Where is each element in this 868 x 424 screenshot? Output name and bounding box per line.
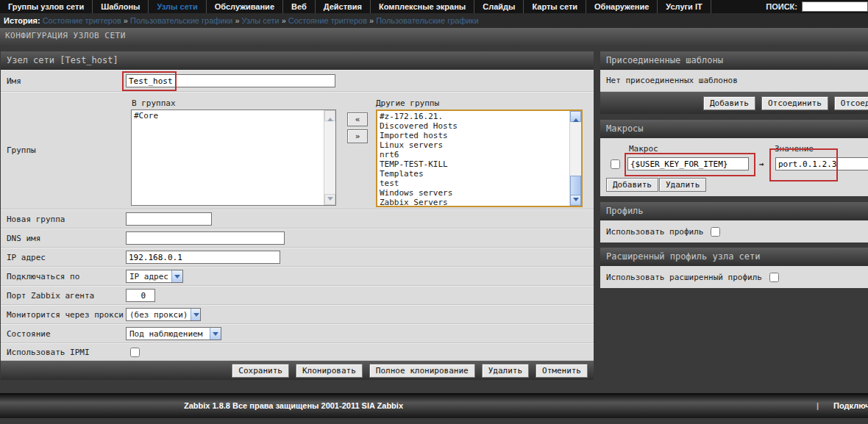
chevron-down-icon [191,309,200,320]
scroll-up-icon[interactable] [324,110,335,121]
in-groups-scrollbar[interactable] [324,110,335,205]
list-option[interactable]: Windows servers [377,188,569,198]
cancel-button[interactable]: Отменить [536,364,588,378]
macro-row-checkbox[interactable] [611,159,620,169]
other-groups-scrollbar[interactable] [569,111,581,206]
value-column-label: Значение [775,144,814,154]
breadcrumb-separator: » [367,16,376,25]
menu-item-maintenance[interactable]: Обслуживание [207,0,283,13]
connected-as-area: |Подключе [817,401,868,410]
macros-body: Макрос Значение → Добавить Удалить [600,138,868,196]
macro-delete-button[interactable]: Удалить [659,178,706,192]
history-link-trigger-status-1[interactable]: Состояние триггеров [43,16,121,25]
connect-to-select[interactable]: IP адрес [126,270,183,283]
form-row-connect-to: Подключаться по IP адрес [1,267,594,286]
move-from-groups-button[interactable]: » [347,129,368,143]
name-input[interactable] [126,74,335,87]
menu-item-hosts[interactable]: Узлы сети [149,0,206,13]
zabbix-host-config-page: { "menu": { "items": [ { "label": "Групп… [0,0,868,424]
host-form-panel: Узел сети [Test_host] Имя Группы В групп… [1,51,594,380]
form-row-dns: DNS имя [1,229,594,248]
breadcrumb-separator: » [121,16,130,25]
linked-templates-footer: Добавить Отсоединить Отсоединить [600,92,868,114]
ip-input[interactable] [126,251,280,264]
status-select-value: Под наблюдением [127,329,210,339]
search-input[interactable] [802,1,868,12]
clone-button[interactable]: Клонировать [296,364,363,378]
delete-button[interactable]: Удалить [482,364,529,378]
extended-profile-body: Использовать расширенный профиль [600,266,868,288]
form-row-ipmi: Использовать IPMI [1,343,594,361]
proxy-select[interactable]: (без прокси) [126,308,201,321]
menu-item-maps[interactable]: Карты сети [524,0,586,13]
dns-input[interactable] [126,231,285,245]
ipmi-label: Использовать IPMI [1,344,126,360]
agent-port-input[interactable] [126,289,155,302]
menu-item-screens[interactable]: Комплексные экраны [371,0,474,13]
menu-item-it-services[interactable]: Услуги IT [658,0,711,13]
macros-panel: Макросы Макрос Значение → Добавить Удали… [600,120,868,196]
list-option[interactable]: Discovered Hosts [377,121,569,131]
footer-bar: Zabbix 1.8.8 Все права защищены 2001-201… [0,393,868,418]
macro-arrow-icon: → [759,159,764,169]
form-row-agent-port: Порт Zabbix агента [1,286,594,305]
history-link-custom-graphs-1[interactable]: Пользовательские графики [130,16,232,25]
group-move-buttons: « » [347,112,368,143]
scroll-up-icon[interactable] [570,111,581,122]
list-option[interactable]: nrt6 [377,150,569,159]
move-to-groups-button[interactable]: « [347,112,368,126]
save-button[interactable]: Сохранить [232,364,289,378]
breadcrumb-separator: » [280,16,288,25]
list-option[interactable]: test [377,179,569,188]
scroll-down-icon[interactable] [324,194,335,205]
menu-item-slides[interactable]: Слайды [474,0,524,13]
history-link-custom-graphs-2[interactable]: Пользовательские графики [376,16,478,25]
macro-add-button[interactable]: Добавить [606,178,658,192]
host-form-title: Узел сети [Test_host] [1,51,594,70]
list-option[interactable]: TEMP-TEST-KILL [377,159,569,169]
history-link-trigger-status-2[interactable]: Состояние триггеров [288,16,367,25]
history-label: История: [4,16,40,25]
in-groups-options: #Core [132,110,324,205]
macros-title: Макросы [600,120,868,138]
full-clone-button[interactable]: Полное клонирование [369,364,475,378]
menu-item-host-groups[interactable]: Группы узлов сети [0,0,93,13]
list-option[interactable]: #Core [132,111,324,121]
list-option[interactable]: Zabbix Servers [377,198,569,206]
groups-label: Группы [7,145,36,155]
copyright-text: Zabbix 1.8.8 Все права защищены 2001-201… [184,401,403,410]
menu-item-web[interactable]: Веб [283,0,316,13]
macro-value-input[interactable] [775,157,868,170]
form-row-proxy: Мониторится через прокси (без прокси) [1,305,594,324]
status-select[interactable]: Под наблюдением [126,327,221,340]
chevron-down-icon [171,270,182,282]
menu-item-actions[interactable]: Действия [316,0,371,13]
scroll-down-icon[interactable] [570,195,581,206]
page-title: КОНФИГУРАЦИЯ УЗЛОВ СЕТИ [0,28,868,46]
other-groups-listbox[interactable]: #z-172.16.21. Discovered Hosts Imported … [376,109,583,207]
list-option[interactable]: #z-172.16.21. [377,112,569,121]
macro-input[interactable] [627,157,749,170]
new-group-input[interactable] [126,212,212,226]
connected-as-text: Подключе [833,401,868,410]
in-groups-label: В группах [132,98,176,108]
ipmi-checkbox[interactable] [130,348,140,357]
list-option[interactable]: Linux servers [377,140,569,150]
template-add-button[interactable]: Добавить [703,96,755,110]
menu-item-discovery[interactable]: Обнаружение [586,0,658,13]
use-extended-profile-checkbox[interactable] [769,273,779,282]
template-unlink-force-button[interactable]: Отсоединить [834,96,868,110]
other-groups-label: Другие группы [376,98,439,108]
list-option[interactable]: Templates [377,169,569,179]
menu-item-templates[interactable]: Шаблоны [93,0,149,13]
use-profile-checkbox[interactable] [711,227,720,237]
history-link-hosts[interactable]: Узлы сети [242,16,280,25]
dns-label: DNS имя [1,229,126,247]
template-unlink-button[interactable]: Отсоединить [761,96,828,110]
ip-label: IP адрес [1,248,126,266]
in-groups-listbox[interactable]: #Core [131,109,336,206]
form-row-status: Состояние Под наблюдением [1,324,594,343]
profile-body: Использовать профиль [600,220,868,242]
new-group-label: Новая группа [1,210,126,228]
list-option[interactable]: Imported hosts [377,131,569,140]
